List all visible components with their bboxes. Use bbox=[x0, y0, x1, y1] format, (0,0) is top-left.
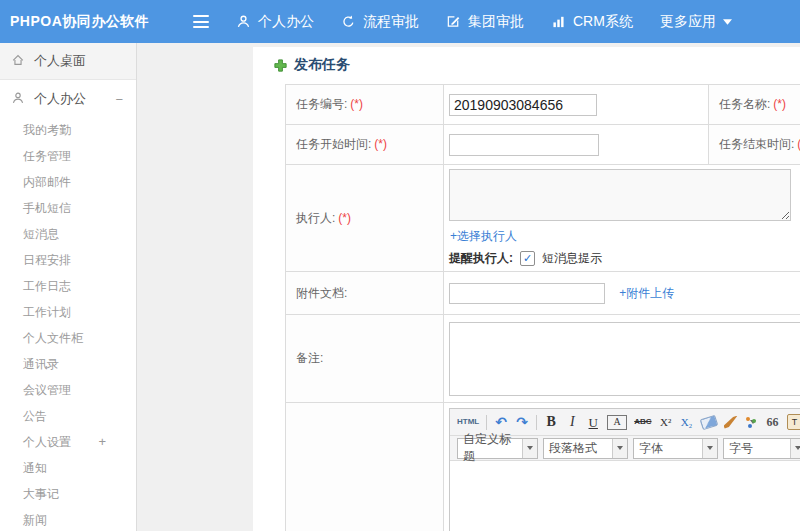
table-row: 执行人:(*) +选择执行人 提醒执行人: 短消息提示 bbox=[286, 165, 800, 272]
editor-select-4[interactable]: 字号 bbox=[723, 438, 800, 459]
table-row: 任务开始时间:(*) 任务结束时间:(*) bbox=[286, 125, 800, 165]
caret-down-icon bbox=[723, 19, 732, 25]
edit-icon bbox=[446, 14, 461, 29]
remark-textarea[interactable] bbox=[449, 322, 800, 396]
format-brush-button[interactable] bbox=[724, 416, 738, 429]
font-color-button[interactable]: A bbox=[607, 415, 627, 430]
sidebar-item-12[interactable]: 公告 bbox=[23, 403, 136, 429]
topbar-nav: 个人办公流程审批集团审批CRM系统更多应用 bbox=[236, 0, 732, 43]
sidebar-item-label: 任务管理 bbox=[23, 149, 71, 163]
strikethrough-button[interactable]: ABC bbox=[634, 413, 651, 431]
sidebar-item-7[interactable]: 工作日志 bbox=[23, 273, 136, 299]
app-window: PHPOA协同办公软件 个人办公流程审批集团审批CRM系统更多应用 个人桌面 个… bbox=[0, 0, 800, 531]
editor-select-2[interactable]: 段落格式 bbox=[543, 438, 628, 459]
caret-down-icon bbox=[612, 439, 627, 458]
description-label: 任务描述:(*) bbox=[286, 403, 444, 531]
sidebar-item-label: 大事记 bbox=[23, 487, 59, 501]
sidebar-item-3[interactable]: 内部邮件 bbox=[23, 169, 136, 195]
select-value: 自定义标题 bbox=[463, 431, 522, 465]
sidebar-item-label: 我的考勤 bbox=[23, 123, 71, 137]
sidebar-item-desktop[interactable]: 个人桌面 bbox=[0, 43, 136, 80]
sidebar-item-9[interactable]: 个人文件柜 bbox=[23, 325, 136, 351]
page-title-text: 发布任务 bbox=[294, 56, 350, 74]
editor-toolbar-row2: 自定义标题段落格式字体字号 bbox=[450, 436, 800, 461]
redo-button[interactable]: ↷ bbox=[515, 413, 529, 431]
nav-item-1[interactable]: 个人办公 bbox=[236, 13, 314, 31]
sidebar-item-14[interactable]: 通知 bbox=[23, 455, 136, 481]
select-executor-link[interactable]: +选择执行人 bbox=[450, 228, 517, 245]
remind-executor-row: 提醒执行人: 短消息提示 bbox=[449, 250, 800, 267]
start-time-label: 任务开始时间:(*) bbox=[286, 125, 444, 165]
editor-select-1[interactable]: 自定义标题 bbox=[457, 438, 538, 459]
sidebar-item-2[interactable]: 任务管理 bbox=[23, 143, 136, 169]
bold-button[interactable]: B bbox=[544, 413, 558, 431]
sidebar-item-10[interactable]: 通讯录 bbox=[23, 351, 136, 377]
sidebar-item-8[interactable]: 工作计划 bbox=[23, 299, 136, 325]
sidebar-item-16[interactable]: 新闻 bbox=[23, 507, 136, 531]
sidebar-item-5[interactable]: 短消息 bbox=[23, 221, 136, 247]
table-row: 备注: bbox=[286, 315, 800, 403]
highlight-color-button[interactable] bbox=[745, 416, 759, 429]
subscript-button[interactable]: X₂ bbox=[680, 413, 694, 431]
sidebar-item-label: 通讯录 bbox=[23, 357, 59, 371]
italic-button[interactable]: I bbox=[565, 413, 579, 431]
sidebar-item-label: 个人设置 bbox=[23, 435, 71, 449]
nav-item-2[interactable]: 流程审批 bbox=[341, 13, 419, 31]
start-time-input[interactable] bbox=[449, 134, 599, 156]
nav-item-5[interactable]: 更多应用 bbox=[660, 13, 732, 31]
nav-item-label: 更多应用 bbox=[660, 13, 716, 31]
caret-down-icon bbox=[522, 439, 537, 458]
sms-remind-option-label: 短消息提示 bbox=[542, 250, 602, 267]
sidebar-item-13[interactable]: 个人设置+ bbox=[23, 429, 136, 455]
sidebar-item-11[interactable]: 会议管理 bbox=[23, 377, 136, 403]
underline-button[interactable]: U bbox=[586, 413, 600, 431]
table-row: 附件文档: +附件上传 bbox=[286, 272, 800, 315]
topbar: PHPOA协同办公软件 个人办公流程审批集团审批CRM系统更多应用 bbox=[0, 0, 800, 43]
task-number-input[interactable] bbox=[449, 94, 597, 116]
nav-item-4[interactable]: CRM系统 bbox=[551, 13, 633, 31]
sidebar-group-personal-office[interactable]: 个人办公 − bbox=[0, 87, 136, 111]
sidebar-item-label: 个人文件柜 bbox=[23, 331, 83, 345]
blockquote-button[interactable]: 66 bbox=[766, 413, 780, 431]
workflow-icon bbox=[341, 14, 356, 29]
sidebar-item-label: 个人桌面 bbox=[34, 52, 86, 70]
sidebar-item-15[interactable]: 大事记 bbox=[23, 481, 136, 507]
page-title: 发布任务 bbox=[273, 56, 350, 74]
sms-remind-checkbox[interactable] bbox=[520, 251, 535, 266]
sidebar-submenu: 我的考勤任务管理内部邮件手机短信短消息日程安排工作日志工作计划个人文件柜通讯录会… bbox=[0, 117, 136, 531]
form-panel: 发布任务 任务编号:(*) 任务名称:(*) bbox=[253, 47, 800, 531]
table-row: 任务描述:(*) HTML↶↷BIUAABCX²X₂66TA 自定义标题段落格式… bbox=[286, 403, 800, 531]
sidebar-item-label: 内部邮件 bbox=[23, 175, 71, 189]
remark-label: 备注: bbox=[286, 315, 444, 403]
superscript-button[interactable]: X² bbox=[659, 413, 673, 431]
caret-down-icon bbox=[750, 420, 756, 424]
select-value: 字号 bbox=[729, 440, 753, 457]
editor-select-3[interactable]: 字体 bbox=[633, 438, 718, 459]
collapse-toggle[interactable]: − bbox=[115, 92, 123, 107]
remove-format-button[interactable] bbox=[699, 414, 718, 429]
menu-toggle-icon[interactable] bbox=[193, 15, 209, 28]
sidebar-item-label: 短消息 bbox=[23, 227, 59, 241]
sidebar-item-6[interactable]: 日程安排 bbox=[23, 247, 136, 273]
nav-item-3[interactable]: 集团审批 bbox=[446, 13, 524, 31]
attachment-input[interactable] bbox=[449, 283, 605, 304]
sidebar-item-1[interactable]: 我的考勤 bbox=[23, 117, 136, 143]
caret-down-icon bbox=[702, 439, 717, 458]
sidebar-item-label: 日程安排 bbox=[23, 253, 71, 267]
table-row: 任务编号:(*) 任务名称:(*) bbox=[286, 85, 800, 125]
undo-button[interactable]: ↶ bbox=[494, 413, 508, 431]
sidebar: 个人桌面 个人办公 − 我的考勤任务管理内部邮件手机短信短消息日程安排工作日志工… bbox=[0, 43, 137, 531]
executor-textarea[interactable] bbox=[449, 169, 791, 221]
chart-icon bbox=[551, 14, 566, 29]
remind-executor-label: 提醒执行人: bbox=[449, 250, 513, 267]
sidebar-item-label: 工作日志 bbox=[23, 279, 71, 293]
editor-content-area[interactable] bbox=[450, 461, 800, 531]
caret-down-icon bbox=[790, 439, 800, 458]
attachment-upload-link[interactable]: +附件上传 bbox=[619, 286, 674, 300]
html-source-button[interactable]: HTML bbox=[457, 413, 479, 431]
sidebar-item-4[interactable]: 手机短信 bbox=[23, 195, 136, 221]
paste-text-button[interactable]: T bbox=[787, 414, 800, 430]
sidebar-item-label: 新闻 bbox=[23, 513, 47, 527]
expand-toggle[interactable]: + bbox=[98, 429, 106, 455]
sidebar-group-label: 个人办公 bbox=[34, 90, 86, 108]
